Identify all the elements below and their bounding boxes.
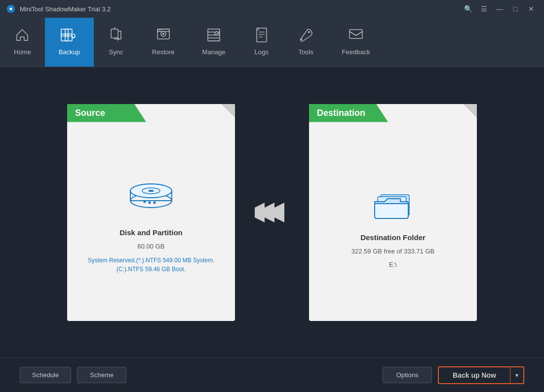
footer: Schedule Scheme Options Back up Now ▾ xyxy=(0,357,544,392)
backup-now-group: Back up Now ▾ xyxy=(438,366,524,384)
menu-button[interactable]: ☰ xyxy=(477,3,491,15)
svg-point-11 xyxy=(161,30,162,31)
manage-icon xyxy=(206,27,222,45)
svg-rect-2 xyxy=(65,29,72,36)
logs-icon xyxy=(254,27,270,45)
svg-point-28 xyxy=(148,190,154,192)
nav-item-home[interactable]: Home xyxy=(0,18,45,67)
maximize-button[interactable]: □ xyxy=(508,3,522,15)
svg-point-30 xyxy=(149,201,151,204)
source-size: 60.00 GB xyxy=(138,243,165,250)
nav-label-tools: Tools xyxy=(298,48,313,56)
cards-row: Source Disk and Partition xyxy=(20,82,524,343)
svg-marker-34 xyxy=(274,203,284,222)
nav-item-logs[interactable]: Logs xyxy=(239,18,284,67)
svg-marker-32 xyxy=(255,203,265,222)
footer-right: Options Back up Now ▾ xyxy=(383,366,524,384)
svg-rect-3 xyxy=(61,34,68,41)
app-logo xyxy=(6,4,16,14)
source-card[interactable]: Source Disk and Partition xyxy=(67,104,235,321)
minimize-button[interactable]: — xyxy=(493,3,506,15)
titlebar: MiniTool ShadowMaker Trial 3.2 🔍 ☰ — □ ✕ xyxy=(0,0,544,18)
svg-point-22 xyxy=(308,31,310,33)
titlebar-controls: 🔍 ☰ — □ ✕ xyxy=(461,3,538,15)
app-title: MiniTool ShadowMaker Trial 3.2 xyxy=(20,5,111,13)
search-button[interactable]: 🔍 xyxy=(461,3,475,15)
destination-title: Destination Folder xyxy=(360,233,426,242)
svg-rect-23 xyxy=(350,30,362,38)
svg-point-8 xyxy=(162,33,164,35)
svg-point-31 xyxy=(154,201,156,204)
backup-now-button[interactable]: Back up Now xyxy=(439,367,510,383)
nav-label-home: Home xyxy=(14,48,31,56)
titlebar-left: MiniTool ShadowMaker Trial 3.2 xyxy=(6,4,111,14)
arrow-section xyxy=(235,198,309,227)
source-header: Source xyxy=(67,104,146,122)
nav-label-backup: Backup xyxy=(59,48,80,56)
footer-left: Schedule Scheme xyxy=(20,367,126,383)
svg-point-10 xyxy=(159,30,160,31)
disk-icon xyxy=(124,176,178,222)
nav-label-restore: Restore xyxy=(152,48,175,56)
main-content: Source Disk and Partition xyxy=(0,67,544,357)
svg-rect-5 xyxy=(111,29,118,38)
restore-icon xyxy=(155,27,171,45)
nav-label-sync: Sync xyxy=(109,48,123,56)
destination-card[interactable]: Destination Destination Folder 322.59 GB… xyxy=(309,104,477,321)
nav-item-manage[interactable]: Manage xyxy=(189,18,239,67)
feedback-icon xyxy=(348,27,364,45)
backup-icon xyxy=(60,27,78,45)
svg-point-29 xyxy=(144,200,146,203)
nav-item-sync[interactable]: Sync xyxy=(94,18,138,67)
home-icon xyxy=(14,27,30,45)
nav-item-backup[interactable]: Backup xyxy=(45,18,94,67)
nav-label-logs: Logs xyxy=(254,48,268,56)
sync-icon xyxy=(108,27,124,45)
schedule-button[interactable]: Schedule xyxy=(20,367,71,383)
svg-marker-33 xyxy=(265,203,274,222)
close-button[interactable]: ✕ xyxy=(524,3,538,15)
scheme-button[interactable]: Scheme xyxy=(77,367,126,383)
svg-rect-4 xyxy=(65,34,72,41)
destination-path: E:\ xyxy=(389,261,397,268)
navbar: Home Backup Sync xyxy=(0,18,544,67)
tools-icon xyxy=(298,27,314,45)
nav-item-feedback[interactable]: Feedback xyxy=(328,18,384,67)
nav-item-restore[interactable]: Restore xyxy=(138,18,189,67)
options-button[interactable]: Options xyxy=(383,367,432,383)
source-title: Disk and Partition xyxy=(119,228,183,237)
nav-label-manage: Manage xyxy=(202,48,226,56)
source-detail: System Reserved.(*:).NTFS 549.00 MB Syst… xyxy=(88,256,215,274)
svg-rect-1 xyxy=(61,29,68,36)
backup-now-dropdown[interactable]: ▾ xyxy=(510,367,523,383)
destination-header: Destination xyxy=(309,104,388,122)
nav-item-tools[interactable]: Tools xyxy=(284,18,328,67)
nav-label-feedback: Feedback xyxy=(342,48,370,56)
destination-free: 322.59 GB free of 333.71 GB xyxy=(351,248,434,255)
folder-icon xyxy=(366,181,420,227)
